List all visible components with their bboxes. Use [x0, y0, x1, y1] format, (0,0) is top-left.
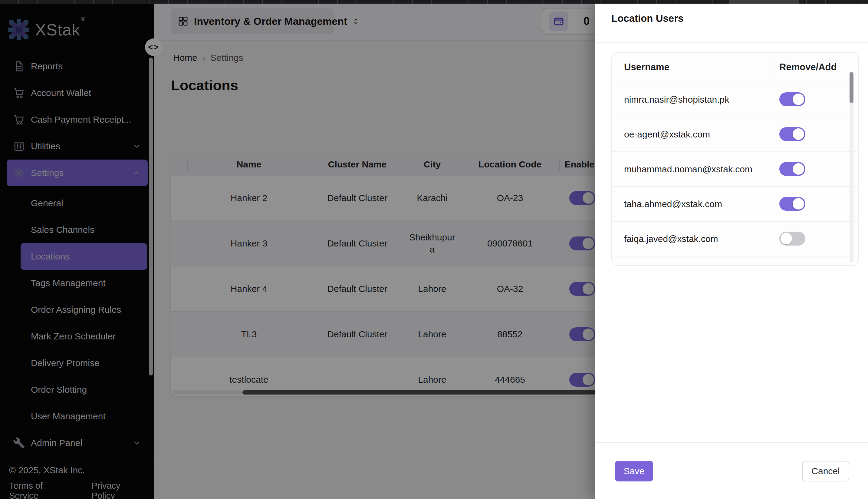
user-row: faiqa.javed@xstak.com	[612, 221, 858, 256]
header-column-separator	[770, 58, 770, 76]
cancel-button[interactable]: Cancel	[802, 461, 849, 482]
browser-active-tab[interactable]	[729, 0, 799, 4]
username-text: nimra.nasir@shopistan.pk	[624, 82, 729, 117]
user-row	[612, 256, 858, 266]
modal-dim-overlay[interactable]	[0, 4, 595, 499]
users-table-header: Username Remove/Add	[612, 53, 858, 82]
browser-tab-strip[interactable]	[0, 0, 868, 4]
user-toggle[interactable]	[779, 162, 805, 176]
user-toggle[interactable]	[779, 197, 805, 211]
user-toggle[interactable]	[779, 92, 805, 106]
location-users-card: Username Remove/Add nimra.nasir@shopista…	[611, 52, 859, 266]
remove-add-column-header: Remove/Add	[779, 53, 836, 82]
users-scrollbar-thumb[interactable]	[850, 72, 854, 103]
user-row: nimra.nasir@shopistan.pk	[612, 82, 858, 117]
user-row: muhammad.noman@xstak.com	[612, 151, 858, 186]
drawer-footer-divider	[595, 442, 868, 443]
username-text: muhammad.noman@xstak.com	[624, 152, 752, 186]
user-row: taha.ahmed@xstak.com	[612, 186, 858, 221]
username-column-header: Username	[624, 53, 669, 82]
user-toggle[interactable]	[779, 127, 805, 141]
username-text: faiqa.javed@xstak.com	[624, 222, 718, 256]
save-button[interactable]: Save	[615, 461, 653, 482]
user-toggle[interactable]	[779, 232, 805, 246]
page: XStak® ReportsAccount WalletCash Payment…	[0, 0, 868, 499]
user-row: oe-agent@xstak.com	[612, 117, 858, 151]
drawer-divider	[595, 42, 868, 43]
username-text: taha.ahmed@xstak.com	[624, 187, 722, 221]
users-table-body: nimra.nasir@shopistan.pkoe-agent@xstak.c…	[612, 82, 858, 266]
location-users-drawer: Location Users Username Remove/Add nimra…	[595, 4, 868, 499]
drawer-title: Location Users	[611, 13, 683, 24]
username-text: oe-agent@xstak.com	[624, 117, 710, 151]
